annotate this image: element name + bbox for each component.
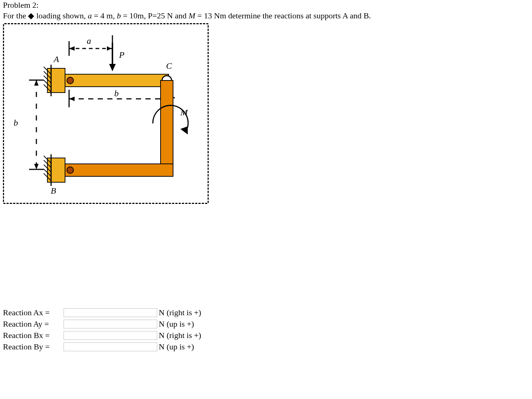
svg-rect-10 [47, 68, 65, 93]
svg-marker-4 [107, 46, 111, 51]
svg-marker-19 [69, 97, 75, 101]
reaction-by-input[interactable] [64, 342, 157, 351]
eq2: = 10m, P=25 N and [123, 11, 188, 20]
svg-marker-35 [34, 80, 39, 86]
answer-row-bx: Reaction Bx = N (right is +) [3, 330, 529, 341]
diamond-icon: ◆ [28, 11, 34, 20]
label-A: A [54, 54, 59, 64]
ans-label: Reaction Ay = [3, 319, 64, 329]
ans-unit: N (right is +) [159, 331, 201, 340]
svg-rect-7 [58, 74, 169, 87]
answer-row-by: Reaction By = N (up is +) [3, 341, 529, 352]
problem-title: Problem 2: [3, 0, 39, 10]
svg-marker-2 [69, 46, 75, 51]
ans-unit: N (up is +) [159, 319, 194, 329]
statement-prefix: For the [3, 11, 28, 20]
ans-label: Reaction By = [3, 342, 64, 352]
ans-label: Reaction Bx = [3, 331, 64, 340]
reaction-ax-input[interactable] [64, 308, 157, 317]
answers-block: Reaction Ax = N (right is +) Reaction Ay… [3, 307, 529, 352]
statement-mid: loading shown, [36, 11, 88, 20]
eq3: = 13 Nm determine the reactions at suppo… [197, 11, 371, 20]
svg-marker-37 [34, 164, 39, 169]
structure-diagram [4, 24, 208, 203]
var-m: M [188, 11, 195, 20]
svg-marker-38 [180, 126, 188, 134]
svg-marker-6 [109, 64, 116, 71]
svg-rect-24 [58, 164, 173, 176]
label-b-left: b [14, 118, 18, 128]
var-a: a [88, 11, 92, 20]
ans-unit: N (up is +) [159, 342, 194, 352]
label-P: P [119, 50, 125, 60]
answer-row-ax: Reaction Ax = N (right is +) [3, 307, 529, 318]
label-a: a [87, 36, 91, 46]
svg-point-8 [67, 77, 73, 84]
var-b: b [117, 11, 121, 20]
reaction-bx-input[interactable] [64, 331, 157, 340]
ans-label: Reaction Ax = [3, 308, 64, 317]
figure-box: a A P C b M b B [3, 23, 209, 204]
svg-rect-23 [161, 80, 173, 176]
reaction-ay-input[interactable] [64, 320, 157, 328]
answer-row-ay: Reaction Ay = N (up is +) [3, 318, 529, 330]
svg-point-25 [67, 167, 73, 173]
label-b-top: b [114, 89, 119, 98]
problem-header: Problem 2: For the ◆ loading shown, a = … [3, 0, 529, 21]
label-B: B [51, 186, 56, 196]
label-M: M [180, 108, 188, 118]
label-C: C [166, 61, 172, 71]
ans-unit: N (right is +) [159, 308, 201, 317]
eq1: = 4 m, [94, 11, 117, 20]
